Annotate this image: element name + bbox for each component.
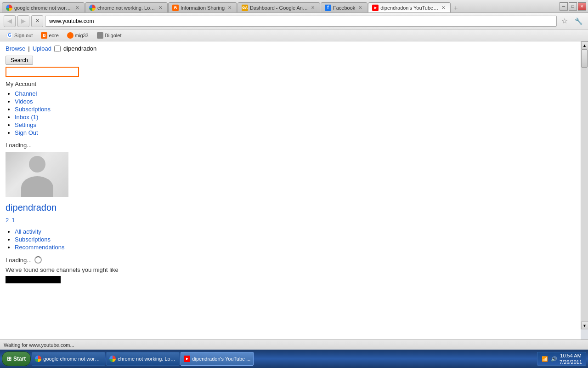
bookmark-diigolet[interactable]: Diigolet [94,31,124,40]
tab-4-close-icon[interactable]: ✕ [310,5,316,11]
tabs-container: google chrome not worki... ✕ chrome not … [2,0,556,12]
title-bar: google chrome not worki... ✕ chrome not … [0,0,588,13]
scrollbar-thumb[interactable] [581,49,588,68]
start-button[interactable]: ⊞ Start [2,351,31,366]
blogger-favicon-2: B [41,32,47,39]
search-button[interactable]: Search [6,56,33,65]
account-list: Channel Videos Subscriptions Inbox (1) S… [15,90,575,136]
chrome-icon [6,5,12,11]
tab-3[interactable]: B Information Sharing ✕ [168,2,237,12]
tray-icon-volume[interactable]: 🔊 [550,355,558,362]
youtube-icon [372,5,379,11]
list-item-inbox: Inbox (1) [15,114,575,121]
window-controls: ─ □ ✕ [560,2,586,11]
browse-upload-bar: Browse | Upload dipendradon [6,45,575,52]
tab-1-label: google chrome not worki... [14,5,72,11]
status-bar: Waiting for www.youtube.com... [0,339,588,350]
system-tray: 📶 🔊 10:54 AM 7/26/2011 [537,352,586,366]
separator: | [28,45,29,52]
taskbar-item-2[interactable]: chrome not working. Loa... [106,352,180,366]
scrollbar-up-button[interactable]: ▲ [581,41,588,49]
clock-date: 7/26/2011 [560,359,582,365]
tab-6-label: dipendradon's YouTube ... [380,5,438,11]
bookmark-mig33[interactable]: mig33 [64,31,91,40]
channel-name-link[interactable]: dipendradon [6,202,57,213]
start-icon: ⊞ [7,356,11,362]
tab-1-close-icon[interactable]: ✕ [74,5,80,11]
search-section: Search [6,56,575,77]
close-button[interactable]: ✕ [578,2,586,11]
tray-icon-network: 📶 [541,355,548,362]
tab-5-close-icon[interactable]: ✕ [357,5,363,11]
diigolet-favicon [97,32,103,39]
bookmark-ecre-label: ecre [49,33,58,38]
taskbar-item-3[interactable]: dipendradon's YouTube ... [181,352,254,366]
list-item-all-activity: All activity [15,228,575,235]
tab-5-label: Facebook [333,5,355,11]
channels-text: We've found some channels you might like [6,266,575,273]
address-bar[interactable] [45,16,557,27]
tab-6-close-icon[interactable]: ✕ [440,5,447,11]
tab-4-label: Dashboard - Google Anal... [250,5,308,11]
tab-4[interactable]: GA Dashboard - Google Anal... ✕ [237,2,320,12]
signout-link[interactable]: Sign Out [15,129,38,136]
page-link-1[interactable]: 1 [11,217,15,224]
tab-6-active[interactable]: dipendradon's YouTube ... ✕ [368,2,451,12]
subscriptions-link[interactable]: Subscriptions [15,106,51,113]
search-input[interactable] [6,67,79,77]
analytics-icon: GA [242,5,248,11]
reload-button[interactable]: ✕ [31,15,43,27]
taskbar-item-1[interactable]: google chrome not worki... [32,352,105,366]
scrollbar-track[interactable] [581,49,588,322]
wrench-icon[interactable]: 🔧 [572,15,584,27]
content-wrapper: Browse | Upload dipendradon Search My Ac… [0,41,588,339]
loading-spinner: Loading... [6,256,575,264]
clock: 10:54 AM 7/26/2011 [560,352,582,366]
tab-3-close-icon[interactable]: ✕ [226,5,233,11]
list-item-videos: Videos [15,98,575,105]
scrollbar[interactable]: ▲ ▼ [581,41,588,329]
settings-link[interactable]: Settings [15,121,36,128]
status-text: Waiting for www.youtube.com... [4,342,584,348]
back-button[interactable]: ◀ [4,15,16,27]
black-bar [6,276,61,283]
mig33-favicon [67,32,74,39]
forward-button[interactable]: ▶ [17,15,29,27]
page-link-2[interactable]: 2 [6,217,9,224]
new-tab-button[interactable]: + [451,3,460,12]
page-content: Browse | Upload dipendradon Search My Ac… [0,41,581,339]
scrollbar-down-button[interactable]: ▼ [581,322,588,329]
browse-link[interactable]: Browse [6,45,25,52]
taskbar-item-3-label: dipendradon's YouTube ... [192,356,250,362]
tab-5[interactable]: f Facebook ✕ [321,2,368,12]
tab-1[interactable]: google chrome not worki... ✕ [2,2,85,12]
bookmark-sign-out[interactable]: G Sign out [4,31,35,40]
my-account-title: My Account [6,80,575,87]
dipendradon-checkbox[interactable] [54,46,61,52]
tab-2[interactable]: chrome not working. Loa... ✕ [85,2,168,12]
channel-link[interactable]: Channel [15,90,37,97]
videos-link[interactable]: Videos [15,98,33,105]
inbox-link[interactable]: Inbox (1) [15,114,38,121]
subscriptions-link-2[interactable]: Subscriptions [15,236,51,243]
upload-link[interactable]: Upload [33,45,51,52]
chrome-icon-2 [89,5,96,11]
my-account-section: My Account Channel Videos Subscriptions … [6,80,575,136]
bookmark-star-icon[interactable]: ☆ [559,15,571,27]
blogger-icon: B [172,5,179,11]
list-item-recommendations: Recommendations [15,244,575,251]
minimize-button[interactable]: ─ [560,2,568,11]
bookmark-sign-out-label: Sign out [14,33,33,38]
recommendations-link[interactable]: Recommendations [15,244,64,251]
list-item-subscriptions: Subscriptions [15,106,575,113]
bookmark-ecre[interactable]: B ecre [38,31,61,40]
bookmarks-bar: G Sign out B ecre mig33 Diigolet [0,29,588,41]
tab-3-label: Information Sharing [181,5,225,11]
avatar-body [21,176,53,197]
taskbar-chrome-icon-2 [109,356,116,362]
all-activity-link[interactable]: All activity [15,228,41,235]
tab-2-close-icon[interactable]: ✕ [157,5,164,11]
list-item-channel: Channel [15,90,575,97]
loading-text-2: Loading... [6,257,32,264]
maximize-button[interactable]: □ [569,2,577,11]
